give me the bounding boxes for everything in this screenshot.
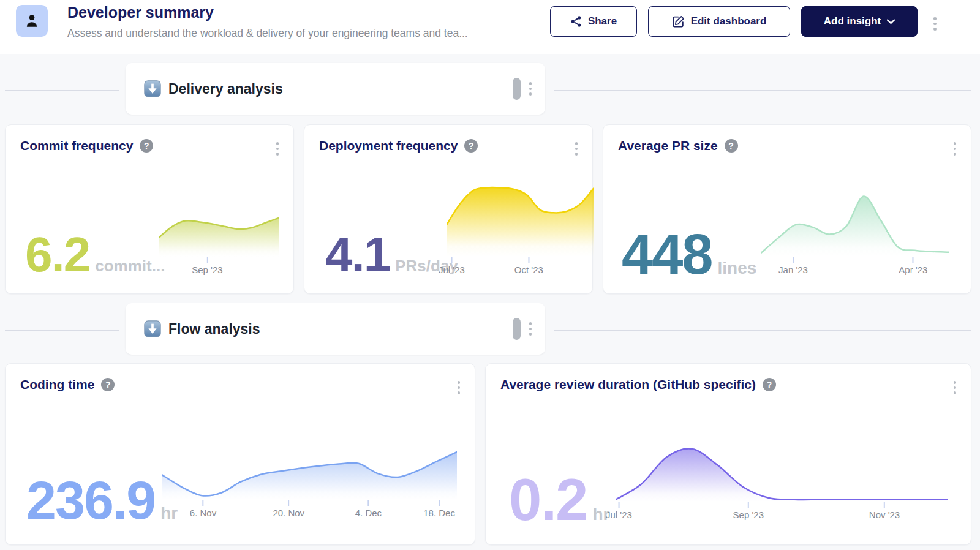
card-average-review-duration: Average review duration (GitHub specific… — [485, 363, 971, 545]
x-tick-label: Apr '23 — [899, 265, 927, 275]
card-overflow-menu[interactable] — [455, 379, 463, 397]
help-icon[interactable]: ? — [725, 139, 738, 153]
metric-value: 448 — [622, 226, 712, 282]
x-tick: Jan '23 — [778, 257, 808, 275]
x-tick: Jul '23 — [606, 502, 632, 520]
x-tick-label: Jul '23 — [439, 265, 465, 275]
page-title: Developer summary — [67, 4, 214, 21]
section-divider — [554, 330, 971, 331]
section-divider — [5, 330, 119, 331]
help-icon[interactable]: ? — [101, 378, 115, 391]
section-header-flow-analysis: Flow analysis — [126, 303, 545, 355]
x-tick-mark — [618, 502, 619, 508]
edit-dashboard-button[interactable]: Edit dashboard — [648, 6, 790, 37]
x-tick-mark — [884, 502, 885, 508]
person-icon — [24, 13, 40, 29]
x-tick: 4. Dec — [355, 500, 382, 518]
metric-unit: lines — [718, 258, 757, 278]
share-button-label: Share — [588, 15, 617, 28]
section-divider — [5, 90, 119, 91]
down-arrow-emoji-icon — [144, 320, 161, 337]
help-icon[interactable]: ? — [464, 139, 478, 153]
x-tick: 18. Dec — [423, 500, 455, 518]
add-insight-button[interactable]: Add insight — [801, 6, 918, 37]
x-tick-mark — [913, 257, 914, 263]
x-tick-mark — [748, 502, 749, 508]
metric-value: 4.1 — [325, 230, 390, 279]
card-average-pr-size: Average PR size ? 448 lines Jan '23Apr '… — [603, 124, 971, 294]
sparkline-chart — [159, 206, 279, 257]
x-tick-label: 18. Dec — [423, 508, 455, 518]
card-overflow-menu[interactable] — [573, 140, 581, 158]
x-tick-label: Sep '23 — [192, 265, 222, 275]
share-button[interactable]: Share — [550, 6, 637, 37]
page-header: Developer summary Assess and understand … — [0, 0, 980, 54]
x-tick-mark — [451, 257, 452, 263]
card-title: Average review duration (GitHub specific… — [500, 377, 756, 392]
card-overflow-menu[interactable] — [274, 140, 282, 158]
x-tick-mark — [368, 500, 369, 506]
x-tick-label: Jul '23 — [606, 510, 632, 520]
section-divider — [554, 90, 971, 91]
add-insight-button-label: Add insight — [824, 15, 881, 28]
sparkline-chart — [761, 195, 949, 257]
x-tick-label: Oct '23 — [514, 265, 543, 275]
x-tick: Sep '23 — [733, 502, 764, 520]
card-commit-frequency: Commit frequency ? 6.2 commit... Sep '23 — [5, 124, 294, 294]
x-tick: 6. Nov — [190, 500, 216, 518]
x-tick-mark — [288, 500, 289, 506]
section-title: Flow analysis — [168, 321, 513, 337]
card-title: Commit frequency — [20, 138, 133, 153]
card-coding-time: Coding time ? 236.9 hr 6. Nov20. Nov4. D… — [5, 363, 475, 545]
card-overflow-menu[interactable] — [951, 140, 959, 158]
section-overflow-menu[interactable] — [529, 82, 532, 96]
section-header-delivery-analysis: Delivery analysis — [126, 63, 545, 115]
x-tick-label: 20. Nov — [273, 508, 304, 518]
card-overflow-menu[interactable] — [951, 379, 959, 397]
edit-icon — [672, 15, 685, 28]
dashboard-avatar — [16, 5, 48, 37]
sparkline-chart — [162, 450, 457, 500]
down-arrow-emoji-icon — [144, 80, 161, 97]
x-tick-label: 4. Dec — [355, 508, 382, 518]
metric-value: 236.9 — [26, 473, 155, 527]
share-icon — [570, 15, 582, 28]
x-tick: 20. Nov — [273, 500, 304, 518]
help-icon[interactable]: ? — [140, 139, 153, 153]
x-tick-label: Sep '23 — [733, 510, 764, 520]
sparkline-chart — [447, 183, 594, 257]
page-overflow-menu[interactable] — [930, 13, 940, 34]
x-tick-mark — [206, 257, 208, 263]
x-tick-label: Jan '23 — [778, 265, 808, 275]
metric-unit: hr — [160, 503, 178, 523]
section-drag-handle[interactable] — [513, 318, 521, 340]
page-subtitle: Assess and understand the workload & del… — [67, 27, 468, 40]
x-tick-mark — [439, 500, 440, 506]
metric-value: 6.2 — [25, 230, 89, 279]
x-tick-mark — [202, 500, 203, 506]
sparkline-chart — [616, 445, 948, 502]
x-tick-mark — [793, 257, 794, 263]
x-tick: Oct '23 — [514, 257, 543, 275]
section-drag-handle[interactable] — [513, 78, 521, 100]
x-tick-label: 6. Nov — [190, 508, 216, 518]
x-tick-mark — [528, 257, 529, 263]
x-tick: Nov '23 — [869, 502, 900, 520]
x-tick: Sep '23 — [192, 257, 222, 275]
x-tick-label: Nov '23 — [869, 510, 900, 520]
metric-unit: commit... — [95, 257, 165, 276]
x-tick: Jul '23 — [439, 257, 465, 275]
card-title: Coding time — [20, 377, 94, 392]
card-title: Average PR size — [618, 138, 718, 153]
x-tick: Apr '23 — [899, 257, 927, 275]
edit-dashboard-button-label: Edit dashboard — [691, 15, 767, 28]
help-icon[interactable]: ? — [763, 378, 776, 391]
section-title: Delivery analysis — [168, 81, 513, 97]
section-overflow-menu[interactable] — [529, 322, 532, 336]
chevron-down-icon — [887, 19, 895, 24]
card-deployment-frequency: Deployment frequency ? 4.1 PRs/day Jul '… — [304, 124, 593, 294]
metric-value: 0.2 — [509, 470, 587, 529]
card-title: Deployment frequency — [319, 138, 458, 153]
